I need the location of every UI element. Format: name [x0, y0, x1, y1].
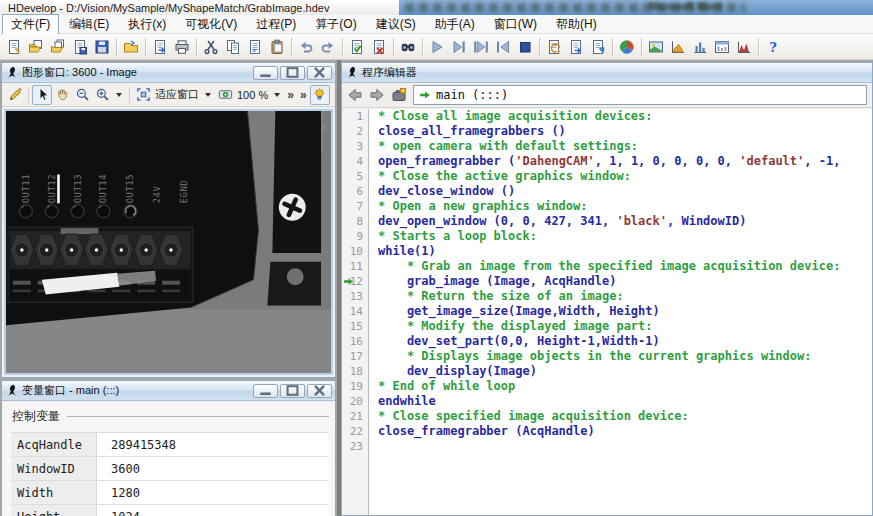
export-button[interactable] [149, 36, 171, 58]
menu-item-4[interactable]: 可视化(V) [176, 14, 246, 35]
code-line[interactable]: 10while(1) [342, 244, 872, 259]
undo-button[interactable] [295, 36, 317, 58]
help-button[interactable]: ? [762, 36, 784, 58]
code-line[interactable]: 21* Close specified image acquisition de… [342, 409, 872, 424]
variable-row[interactable]: AcqHandle 289415348 [11, 433, 329, 457]
menu-item-2[interactable]: 编辑(E) [60, 14, 118, 35]
zoom-step-button[interactable] [215, 85, 235, 105]
code-line[interactable]: 19* End of while loop [342, 379, 872, 394]
code-line[interactable]: 3* open camera with default settings: [342, 139, 872, 154]
activate-button[interactable] [346, 36, 368, 58]
zoom-in-button[interactable] [92, 85, 112, 105]
close-button[interactable] [307, 66, 332, 80]
zoom-out-button[interactable] [72, 85, 92, 105]
variable-row[interactable]: Height 1024 [11, 505, 329, 516]
print-button[interactable] [171, 36, 193, 58]
code-line[interactable]: 7* Open a new graphics window: [342, 199, 872, 214]
overflow-chevron[interactable]: » [287, 88, 294, 102]
measure-button[interactable] [733, 36, 755, 58]
cut-button[interactable] [200, 36, 222, 58]
open-file-button[interactable] [25, 36, 47, 58]
menu-item-8[interactable]: 助手(A) [426, 14, 484, 35]
code-line[interactable]: 11 * Grab an image from the specified im… [342, 259, 872, 274]
code-line[interactable]: 14 get_image_size(Image,Width, Height) [342, 304, 872, 319]
code-line[interactable]: 22close_framegrabber (AcqHandle) [342, 424, 872, 439]
variable-row[interactable]: Width 1280 [11, 481, 329, 505]
code-line[interactable]: 6dev_close_window () [342, 184, 872, 199]
nav-forward-button[interactable] [367, 85, 387, 105]
stop-button[interactable] [514, 36, 536, 58]
maximize-button[interactable] [280, 66, 305, 80]
code-line[interactable]: 16 dev_set_part(0,0, Height-1,Width-1) [342, 334, 872, 349]
camera-image-canvas[interactable]: OUT11OUT12OUT13OUT14OUT1524VEGND [4, 109, 333, 375]
code-line[interactable]: 9* Starts a loop block: [342, 229, 872, 244]
save-button[interactable] [69, 36, 91, 58]
find-button[interactable] [397, 36, 419, 58]
minimize-button[interactable] [253, 66, 278, 80]
step-out-button[interactable] [492, 36, 514, 58]
image-acq-button[interactable] [645, 36, 667, 58]
close-button[interactable] [307, 384, 332, 398]
move-mode-button[interactable] [52, 85, 72, 105]
code-line[interactable]: 13 * Return the size of an image: [342, 289, 872, 304]
code-line[interactable]: 12 grab_image (Image, AcqHandle) [342, 274, 872, 289]
open-multi-button[interactable] [47, 36, 69, 58]
code-line[interactable]: 8dev_open_window (0, 0, 427, 341, 'black… [342, 214, 872, 229]
chevron-down-icon[interactable] [116, 93, 122, 97]
chevron-down-icon[interactable] [205, 93, 211, 97]
menu-item-1[interactable]: 文件(F) [2, 14, 59, 35]
maximize-button[interactable] [280, 384, 305, 398]
code-line[interactable]: 5* Close the active graphics window: [342, 169, 872, 184]
menu-item-7[interactable]: 建议(S) [367, 14, 425, 35]
redo-button[interactable] [317, 36, 339, 58]
proc-edit-button[interactable] [587, 36, 609, 58]
step-over-button[interactable] [448, 36, 470, 58]
code-line[interactable]: 17 * Displays image objects in the curre… [342, 349, 872, 364]
code-text: grab_image (Image, AcqHandle) [369, 274, 872, 289]
menu-item-5[interactable]: 过程(P) [247, 14, 305, 35]
code-line[interactable]: 23 [342, 439, 872, 454]
step-into-button[interactable] [470, 36, 492, 58]
program-editor-titlebar[interactable]: 程序编辑器 [342, 63, 872, 83]
code-line[interactable]: 1* Close all image acquisition devices: [342, 109, 872, 124]
deactivate-button[interactable] [368, 36, 390, 58]
proc-prev-button[interactable] [543, 36, 565, 58]
code-editor[interactable]: 1* Close all image acquisition devices:2… [342, 109, 872, 515]
assistant-button[interactable] [616, 36, 638, 58]
code-line[interactable]: 4open_framegrabber ('DahengCAM', 1, 1, 0… [342, 154, 872, 169]
chevron-down-icon[interactable] [274, 93, 280, 97]
select-mode-button[interactable] [32, 85, 52, 105]
new-file-button[interactable] [3, 36, 25, 58]
lamp-button[interactable] [310, 85, 330, 105]
toolbar-separator [145, 38, 146, 56]
save-all-button[interactable] [91, 36, 113, 58]
code-line[interactable]: 15 * Modify the displayed image part: [342, 319, 872, 334]
code-line[interactable]: 2close_all_framegrabbers () [342, 124, 872, 139]
menu-item-10[interactable]: 帮助(H) [547, 14, 606, 35]
run-button[interactable] [426, 36, 448, 58]
nav-back-button[interactable] [345, 85, 365, 105]
procedures-button[interactable] [389, 85, 409, 105]
proc-next-button[interactable] [565, 36, 587, 58]
overflow-chevron[interactable]: » [300, 88, 307, 102]
graphics-window-titlebar[interactable]: 图形窗口: 3600 - Image [2, 63, 335, 83]
code-line[interactable]: 18 dev_display(Image) [342, 364, 872, 379]
copy-button[interactable] [222, 36, 244, 58]
procedure-combobox[interactable]: main (:::) [413, 85, 867, 105]
menu-item-6[interactable]: 算子(O) [306, 14, 365, 35]
paste-button[interactable] [266, 36, 288, 58]
variable-window-titlebar[interactable]: 变量窗口 - main (:::) [2, 381, 335, 401]
variable-row[interactable]: WindowID 3600 [11, 457, 329, 481]
fit-window-button[interactable] [133, 85, 153, 105]
bar-chart-button[interactable] [689, 36, 711, 58]
side-panel [272, 111, 321, 253]
minimize-button[interactable] [253, 384, 278, 398]
histogram-button[interactable] [667, 36, 689, 58]
copy-special-button[interactable] [244, 36, 266, 58]
window-tool-button[interactable] [711, 36, 733, 58]
code-line[interactable]: 20endwhile [342, 394, 872, 409]
menu-item-9[interactable]: 窗口(W) [485, 14, 546, 35]
menu-item-3[interactable]: 执行(x) [119, 14, 175, 35]
open-folder-button[interactable] [120, 36, 142, 58]
set-parameters-button[interactable] [5, 85, 25, 105]
